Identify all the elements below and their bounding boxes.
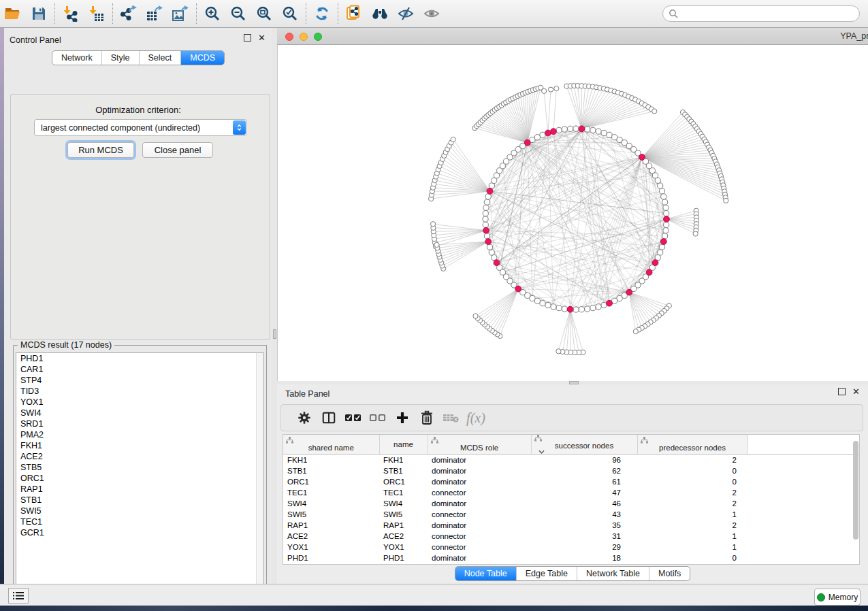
network-window-titlebar[interactable]: YPA_prune.txt_1 [277, 28, 868, 45]
export-image-button[interactable] [167, 2, 193, 25]
float-window-icon[interactable] [244, 34, 251, 42]
delete-table-button[interactable] [439, 407, 464, 429]
mcds-result-item[interactable]: YOX1 [16, 397, 257, 408]
import-network-button[interactable] [58, 2, 84, 25]
zoom-in-button[interactable] [199, 2, 225, 25]
mcds-result-item[interactable]: PMA2 [16, 429, 257, 440]
mcds-result-item[interactable]: SWI4 [16, 408, 257, 418]
function-builder-button[interactable]: f(x) [464, 407, 488, 429]
tab-mcds[interactable]: MCDS [180, 51, 224, 65]
hide-selected-button[interactable] [393, 2, 419, 25]
add-column-button[interactable] [390, 407, 415, 429]
table-row[interactable]: SWI5SWI5connector431 [283, 509, 860, 520]
close-panel-button[interactable]: Close panel [142, 142, 213, 158]
mcds-result-item[interactable]: STB5 [16, 462, 257, 473]
tab-select[interactable]: Select [139, 51, 181, 65]
open-file-button[interactable] [0, 2, 26, 25]
mcds-result-item[interactable]: FKH1 [16, 440, 257, 451]
column-layout-button[interactable] [317, 407, 341, 429]
mcds-list-scrollbar[interactable] [256, 353, 263, 595]
float-window-icon[interactable] [838, 388, 846, 395]
run-mcds-button[interactable]: Run MCDS [67, 142, 134, 158]
table-scrollbar[interactable] [853, 441, 858, 540]
list-icon [13, 591, 24, 600]
column-header-name[interactable]: name [379, 435, 428, 455]
cell-predecessor-nodes: 1 [637, 531, 748, 542]
network-view[interactable] [277, 45, 868, 381]
mcds-result-item[interactable]: SWI5 [16, 506, 257, 516]
tab-motifs[interactable]: Motifs [649, 567, 690, 580]
import-table-button[interactable] [84, 2, 110, 25]
cell-mcds-role: dominator [428, 520, 531, 531]
table-row[interactable]: ORC1ORC1dominator610 [283, 476, 860, 487]
search-input[interactable] [678, 8, 854, 19]
table-row[interactable]: YOX1YOX1connector291 [283, 542, 860, 552]
vertical-splitter[interactable] [272, 28, 277, 584]
cell-successor-nodes: 96 [531, 455, 637, 466]
mcds-result-item[interactable]: TEC1 [16, 516, 257, 527]
mcds-result-item[interactable]: TID3 [16, 386, 257, 397]
cell-name: FKH1 [379, 455, 428, 466]
show-all-button[interactable] [419, 2, 445, 25]
mcds-result-item[interactable]: GCR1 [16, 527, 257, 538]
mcds-result-item[interactable]: RAP1 [16, 484, 257, 495]
share-document-button[interactable] [341, 2, 367, 25]
column-header-mcds-role[interactable]: MCDS role [428, 435, 531, 455]
show-panels-menu-button[interactable] [8, 588, 29, 604]
tab-edge-table[interactable]: Edge Table [516, 567, 577, 580]
close-window-icon[interactable] [285, 33, 293, 41]
gear-icon [297, 410, 312, 425]
minimize-window-icon[interactable] [300, 33, 308, 41]
column-header-successor-nodes[interactable]: successor nodes [531, 435, 637, 455]
optimization-criterion-select[interactable]: largest connected component (undirected) [34, 119, 247, 136]
cell-name: ORC1 [379, 476, 428, 487]
export-network-icon [120, 5, 138, 22]
zoom-out-button[interactable] [225, 2, 251, 25]
cell-mcds-role: dominator [428, 476, 531, 487]
mcds-result-item[interactable]: PHD1 [16, 353, 257, 364]
mcds-result-item[interactable]: STB1 [16, 495, 257, 506]
cell-successor-nodes: 29 [531, 542, 637, 552]
column-header-predecessor-nodes[interactable]: predecessor nodes [637, 435, 748, 455]
network-graph[interactable] [278, 45, 868, 381]
cell-shared-name: YOX1 [283, 542, 379, 552]
splitter-handle[interactable] [273, 329, 276, 339]
cell-shared-name: ACE2 [283, 531, 379, 542]
table-settings-button[interactable] [292, 407, 317, 429]
tab-node-table[interactable]: Node Table [455, 567, 516, 580]
export-table-button[interactable] [142, 2, 167, 25]
mcds-result-item[interactable]: SRD1 [16, 418, 257, 429]
export-network-button[interactable] [116, 2, 142, 25]
select-all-button[interactable] [341, 407, 366, 429]
deselect-all-button[interactable] [366, 407, 390, 429]
mcds-result-item[interactable]: ACE2 [16, 451, 257, 462]
table-row[interactable]: TEC1TEC1connector472 [283, 487, 860, 498]
close-panel-icon[interactable]: ✕ [258, 35, 266, 41]
table-row[interactable]: RAP1RAP1dominator352 [283, 520, 860, 531]
maximize-window-icon[interactable] [314, 33, 322, 41]
save-session-button[interactable] [26, 2, 52, 25]
table-row[interactable]: FKH1FKH1dominator962 [283, 455, 860, 466]
column-header-shared-name[interactable]: shared name [283, 435, 379, 455]
table-row[interactable]: SWI4SWI4dominator462 [283, 498, 860, 509]
table-row[interactable]: PHD1PHD1dominator180 [283, 552, 860, 563]
tab-style[interactable]: Style [101, 51, 139, 65]
zoom-fit-button[interactable] [251, 2, 277, 25]
binoculars-button[interactable] [367, 2, 393, 25]
refresh-button[interactable] [309, 2, 335, 25]
tab-network[interactable]: Network [52, 51, 101, 65]
delete-column-button[interactable] [415, 407, 439, 429]
zoom-selected-button[interactable] [277, 2, 303, 25]
mcds-result-item[interactable]: CAR1 [16, 364, 257, 375]
table-row[interactable]: ACE2ACE2connector311 [283, 531, 860, 542]
memory-button[interactable]: Memory [814, 589, 861, 606]
cell-filler [748, 465, 860, 476]
table-toolbar: f(x) [280, 404, 863, 431]
table-row[interactable]: STB1STB1dominator620 [283, 465, 860, 476]
share-document-icon [345, 5, 363, 22]
mcds-result-item[interactable]: STP4 [16, 375, 257, 386]
close-panel-icon[interactable]: ✕ [852, 389, 860, 395]
column-header-filler [748, 435, 860, 455]
tab-network-table[interactable]: Network Table [577, 567, 649, 580]
mcds-result-item[interactable]: ORC1 [16, 473, 257, 484]
